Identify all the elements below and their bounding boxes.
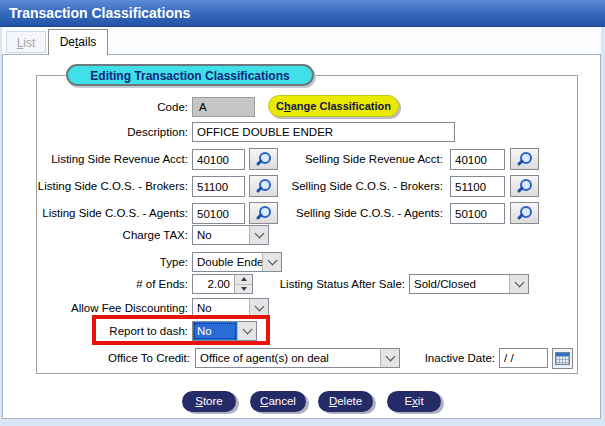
selling-revenue-input[interactable] bbox=[450, 149, 505, 170]
window-title: Transaction Classifications bbox=[0, 0, 605, 27]
button-label-part: ancel bbox=[268, 395, 296, 407]
store-button[interactable]: Store bbox=[182, 391, 236, 412]
arrow-down-icon[interactable] bbox=[235, 285, 252, 294]
charge-tax-select[interactable]: No bbox=[192, 225, 269, 245]
cancel-button[interactable]: Cancel bbox=[250, 391, 306, 412]
listing-cos-agents-input[interactable] bbox=[192, 203, 245, 224]
chevron-down-icon bbox=[380, 349, 399, 367]
report-to-dash-value: No bbox=[193, 322, 237, 340]
office-to-credit-select[interactable]: Office of agent(s) on deal bbox=[195, 348, 400, 368]
button-label-part: it bbox=[418, 395, 424, 407]
chevron-down-icon bbox=[237, 322, 256, 340]
inactive-date-input[interactable] bbox=[499, 348, 548, 368]
selling-revenue-label: Selling Side Revenue Acct: bbox=[290, 149, 443, 169]
transaction-classifications-window: Transaction Classifications List Details… bbox=[0, 0, 605, 426]
allow-fee-discounting-label: Allow Fee Discounting: bbox=[20, 298, 188, 318]
code-field: A bbox=[192, 97, 255, 117]
listing-cos-brokers-lookup-button[interactable] bbox=[249, 175, 278, 197]
exit-button[interactable]: Exit bbox=[387, 391, 441, 412]
allow-fee-discounting-select[interactable]: No bbox=[192, 298, 269, 318]
button-label-part: tore bbox=[203, 395, 223, 407]
type-value: Double Ender bbox=[193, 253, 262, 271]
listing-cos-agents-lookup-button[interactable] bbox=[249, 202, 278, 224]
tab-strip: List Details bbox=[2, 27, 601, 54]
type-select[interactable]: Double Ender bbox=[192, 252, 282, 272]
listing-revenue-input[interactable] bbox=[192, 149, 245, 170]
charge-tax-label: Charge TAX: bbox=[20, 225, 188, 245]
button-label-part: elete bbox=[337, 395, 362, 407]
button-label-part: D bbox=[329, 395, 337, 407]
selling-cos-brokers-input[interactable] bbox=[450, 176, 505, 197]
calendar-icon bbox=[555, 352, 570, 365]
tab-details-label: Details bbox=[60, 35, 97, 49]
tab-label-part: De bbox=[60, 35, 75, 49]
description-label: Description: bbox=[20, 122, 188, 142]
code-label: Code: bbox=[20, 97, 188, 117]
listing-revenue-label: Listing Side Revenue Acct: bbox=[20, 149, 188, 169]
office-to-credit-label: Office To Credit: bbox=[20, 348, 190, 368]
arrow-up-icon[interactable] bbox=[235, 275, 252, 285]
chevron-down-icon bbox=[249, 299, 268, 317]
listing-cos-agents-label: Listing Side C.O.S. - Agents: bbox=[20, 203, 188, 223]
calendar-picker-button[interactable] bbox=[552, 348, 573, 369]
type-label: Type: bbox=[20, 252, 188, 272]
report-to-dash-label: Report to dash: bbox=[20, 321, 188, 341]
magnifier-icon bbox=[257, 206, 271, 220]
listing-cos-brokers-label: Listing Side C.O.S. - Brokers: bbox=[20, 176, 188, 196]
button-label-part: E bbox=[404, 395, 412, 407]
tab-list[interactable]: List bbox=[6, 31, 46, 53]
tab-details[interactable]: Details bbox=[48, 29, 108, 55]
selling-cos-agents-label: Selling Side C.O.S. - Agents: bbox=[290, 203, 443, 223]
num-ends-value: 2.00 bbox=[193, 275, 234, 293]
magnifier-icon bbox=[518, 206, 532, 220]
stepper-buttons bbox=[234, 275, 252, 293]
magnifier-icon bbox=[518, 152, 532, 166]
delete-button[interactable]: Delete bbox=[318, 391, 373, 412]
listing-status-label: Listing Status After Sale: bbox=[253, 274, 405, 294]
tab-list-label: List bbox=[17, 36, 36, 50]
chevron-down-icon bbox=[509, 275, 528, 293]
allow-fee-discounting-value: No bbox=[193, 299, 249, 317]
selling-cos-brokers-lookup-button[interactable] bbox=[510, 175, 539, 197]
form-heading: Editing Transaction Classifications bbox=[66, 64, 314, 86]
listing-status-select[interactable]: Sold/Closed bbox=[409, 274, 529, 294]
button-label-part: S bbox=[195, 395, 203, 407]
report-to-dash-select[interactable]: No bbox=[192, 321, 257, 341]
magnifier-icon bbox=[518, 179, 532, 193]
selling-cos-agents-lookup-button[interactable] bbox=[510, 202, 539, 224]
listing-cos-brokers-input[interactable] bbox=[192, 176, 245, 197]
magnifier-icon bbox=[257, 179, 271, 193]
selling-cos-brokers-label: Selling Side C.O.S. - Brokers: bbox=[290, 176, 443, 196]
num-ends-stepper[interactable]: 2.00 bbox=[192, 274, 253, 294]
listing-status-value: Sold/Closed bbox=[410, 275, 509, 293]
selling-revenue-lookup-button[interactable] bbox=[510, 148, 539, 170]
tab-label-part: ist bbox=[23, 36, 35, 50]
button-label-part: C bbox=[276, 100, 284, 112]
listing-revenue-lookup-button[interactable] bbox=[249, 148, 278, 170]
selling-cos-agents-input[interactable] bbox=[450, 203, 505, 224]
num-ends-label: # of Ends: bbox=[20, 274, 188, 294]
tab-label-part: ails bbox=[78, 35, 96, 49]
chevron-down-icon bbox=[262, 253, 281, 271]
inactive-date-label: Inactive Date: bbox=[400, 348, 495, 368]
office-to-credit-value: Office of agent(s) on deal bbox=[196, 349, 380, 367]
chevron-down-icon bbox=[249, 226, 268, 244]
description-input[interactable] bbox=[192, 122, 455, 142]
charge-tax-value: No bbox=[193, 226, 249, 244]
change-classification-code-button[interactable]: Change Classification Code bbox=[268, 95, 399, 117]
button-label-part: h bbox=[284, 100, 291, 112]
magnifier-icon bbox=[257, 152, 271, 166]
